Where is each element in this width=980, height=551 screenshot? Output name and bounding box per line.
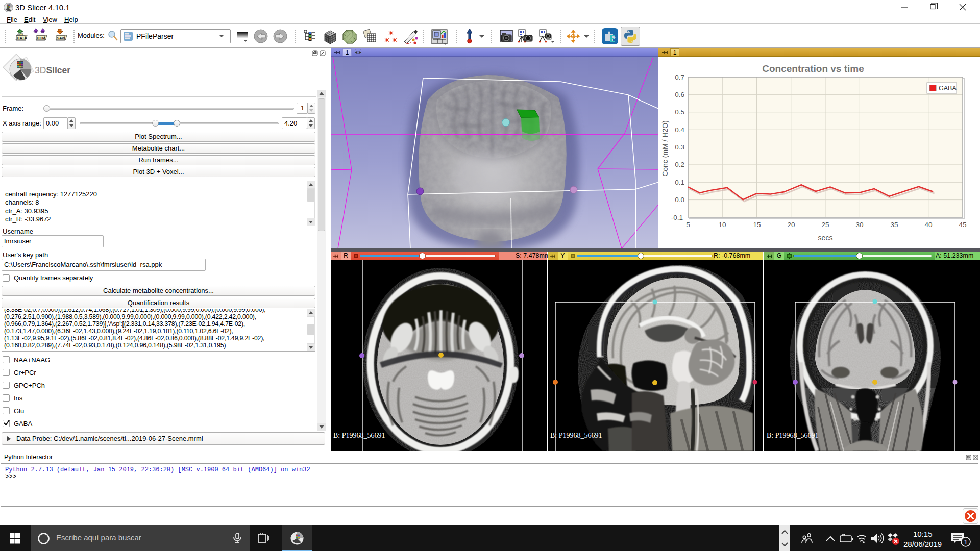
- svg-text:0.2: 0.2: [675, 161, 684, 168]
- svg-text:0.7: 0.7: [675, 73, 684, 81]
- svg-text:0.5: 0.5: [675, 108, 684, 116]
- svg-text:5: 5: [686, 221, 690, 229]
- svg-text:0.3: 0.3: [675, 143, 684, 151]
- svg-text:secs: secs: [818, 234, 833, 242]
- svg-text:15: 15: [753, 221, 761, 229]
- svg-text:0.1: 0.1: [675, 179, 684, 186]
- svg-text:0.6: 0.6: [675, 91, 684, 98]
- svg-text:-0.1: -0.1: [671, 214, 683, 221]
- svg-text:3DSlicer: 3DSlicer: [35, 65, 70, 76]
- svg-text:10: 10: [718, 221, 726, 229]
- svg-text:DATA: DATA: [17, 36, 27, 40]
- svg-text:Conc (mM / H2O): Conc (mM / H2O): [661, 120, 669, 177]
- svg-text:0.0: 0.0: [675, 196, 684, 204]
- svg-text:40: 40: [924, 221, 932, 229]
- svg-text:SAVE: SAVE: [57, 36, 67, 40]
- svg-text:20: 20: [787, 221, 795, 229]
- svg-text:GABA: GABA: [939, 85, 957, 92]
- svg-text:DCM: DCM: [37, 36, 45, 40]
- svg-text:0.4: 0.4: [675, 126, 684, 134]
- svg-text:35: 35: [890, 221, 898, 229]
- svg-text:45: 45: [959, 221, 966, 229]
- svg-text:30: 30: [855, 221, 863, 229]
- svg-text:1: 1: [964, 538, 967, 546]
- svg-text:25: 25: [821, 221, 829, 229]
- svg-text:Concentration vs time: Concentration vs time: [762, 63, 864, 74]
